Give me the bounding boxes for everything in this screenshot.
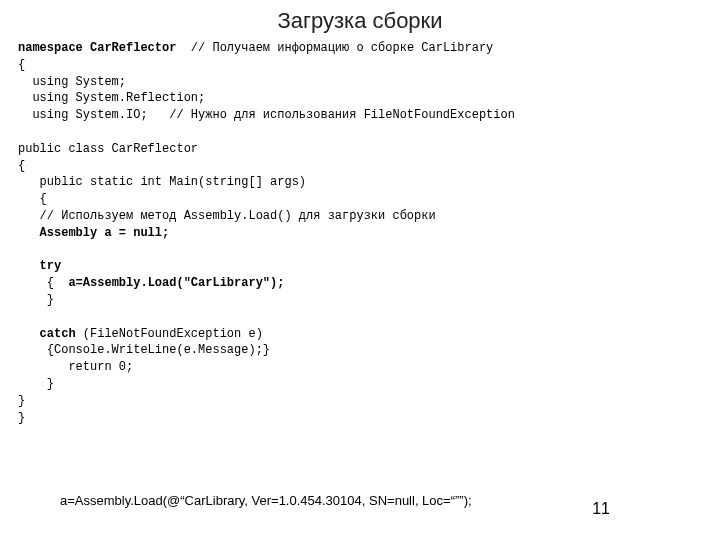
page-number: 11 xyxy=(592,500,610,518)
code-line: { xyxy=(18,58,25,72)
code-line: } xyxy=(18,293,54,307)
code-line: (FileNotFoundException e) xyxy=(76,327,263,341)
code-comment: // Получаем информацию о сборке CarLibra… xyxy=(176,41,493,55)
code-line: return 0; xyxy=(18,360,133,374)
code-line: {Console.WriteLine(e.Message);} xyxy=(18,343,270,357)
code-line: { xyxy=(18,192,47,206)
code-line: } xyxy=(18,411,25,425)
footer-code: a=Assembly.Load(@“CarLibrary, Ver=1.0.45… xyxy=(60,493,472,508)
code-line: a=Assembly.Load("CarLibrary"); xyxy=(68,276,284,290)
code-line: catch xyxy=(18,327,76,341)
code-line: using System; xyxy=(18,75,126,89)
code-line: } xyxy=(18,377,54,391)
code-line: try xyxy=(18,259,61,273)
code-line: // Используем метод Assembly.Load() для … xyxy=(18,209,436,223)
code-line: { xyxy=(18,159,25,173)
code-line: namespace CarReflector xyxy=(18,41,176,55)
code-line: { xyxy=(18,276,68,290)
code-line: public static int Main(string[] args) xyxy=(18,175,306,189)
code-line: public class CarReflector xyxy=(18,142,198,156)
code-line: Assembly a = null; xyxy=(18,226,169,240)
code-block: namespace CarReflector // Получаем инфор… xyxy=(0,40,720,426)
code-line: using System.Reflection; xyxy=(18,91,205,105)
code-line: } xyxy=(18,394,25,408)
code-line: using System.IO; // Нужно для использова… xyxy=(18,108,515,122)
slide-title: Загрузка сборки xyxy=(0,0,720,40)
